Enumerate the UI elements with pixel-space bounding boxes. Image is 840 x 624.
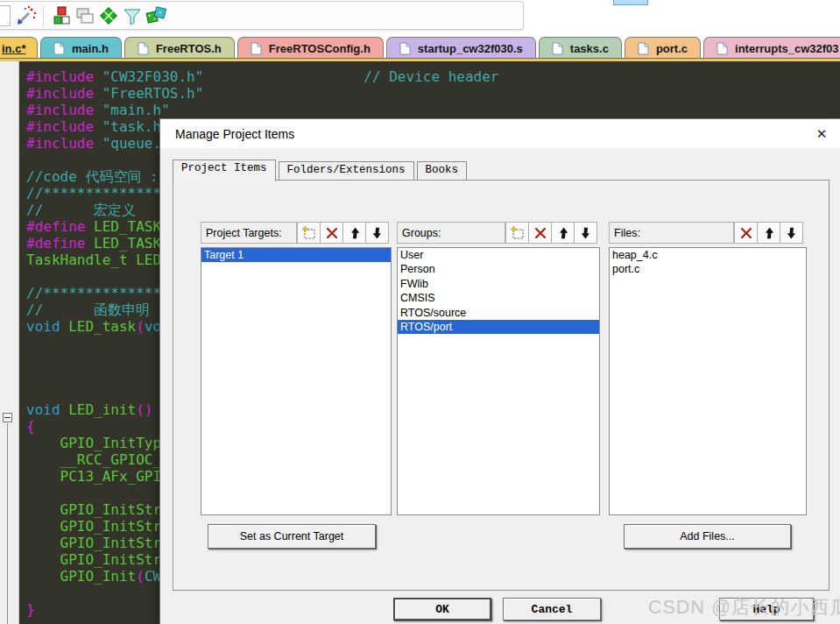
project-targets-label: Project Targets:: [201, 222, 297, 244]
group-item[interactable]: User: [398, 248, 599, 262]
file-tab-label: tasks.c: [570, 42, 609, 55]
dialog-titlebar[interactable]: Manage Project Items: [160, 119, 840, 148]
manage-project-items-dialog: Manage Project Items Project ItemsFolder…: [159, 118, 840, 624]
close-icon[interactable]: [811, 124, 832, 145]
group-item[interactable]: RTOS/port: [398, 320, 599, 334]
set-as-current-target-button[interactable]: Set as Current Target: [208, 524, 376, 549]
document-icon: [716, 42, 728, 55]
new-item-button[interactable]: [505, 222, 529, 244]
code-line: #include "CW32F030.h" // Device header: [26, 68, 498, 85]
toolbar: [0, 1, 524, 30]
toolbar-separator: [43, 5, 44, 26]
fold-collapse-icon[interactable]: [3, 413, 12, 422]
file-tab-label: main.h: [72, 42, 109, 55]
project-targets-list[interactable]: Target 1: [201, 247, 392, 515]
files-toolbar: [735, 222, 803, 244]
editor-gutter: [0, 61, 19, 624]
batch-build-icon[interactable]: [73, 4, 96, 27]
options-wand-icon[interactable]: [14, 4, 38, 27]
files-label: Files:: [609, 222, 734, 244]
groups-label: Groups:: [397, 222, 505, 244]
file-tab-tasks-c[interactable]: tasks.c: [539, 37, 622, 59]
watermark: CSDN @店长的小西瓜: [648, 594, 840, 620]
ok-button[interactable]: OK: [393, 598, 491, 620]
move-down-button[interactable]: [574, 222, 597, 244]
manage-project-items-icon[interactable]: [49, 4, 73, 27]
cut-off-widget: [613, 0, 648, 5]
new-item-button[interactable]: [297, 222, 321, 244]
delete-button[interactable]: [528, 222, 552, 244]
group-item[interactable]: CMSIS: [398, 291, 599, 305]
delete-button[interactable]: [734, 222, 758, 244]
groups-list[interactable]: UserPersonFWlibCMSISRTOS/sourceRTOS/port: [397, 247, 600, 515]
document-icon: [138, 42, 149, 55]
dialog-tab-project-items[interactable]: Project Items: [173, 160, 276, 181]
document-icon: [53, 42, 65, 55]
move-down-button[interactable]: [365, 222, 389, 244]
document-icon: [399, 42, 411, 55]
pack-installer-icon[interactable]: [144, 4, 167, 27]
code-line: #include "FreeRTOS.h": [26, 85, 498, 102]
move-up-button[interactable]: [551, 222, 575, 244]
file-tab-bar: in.c*main.hFreeRTOS.hFreeRTOSConfig.hsta…: [0, 35, 840, 59]
dialog-tab-books[interactable]: Books: [417, 161, 468, 181]
manage-run-time-environment-icon[interactable]: [96, 4, 120, 27]
document-icon: [552, 42, 563, 55]
group-item[interactable]: FWlib: [398, 277, 599, 291]
code-line: #include "main.h": [26, 102, 498, 118]
file-tab-label: port.c: [656, 42, 688, 55]
file-item[interactable]: heap_4.c: [610, 248, 806, 262]
document-icon: [638, 42, 649, 55]
group-item[interactable]: Person: [398, 262, 599, 276]
document-icon: [251, 42, 262, 55]
file-tab-label: in.c*: [2, 42, 25, 55]
cancel-button[interactable]: Cancel: [503, 598, 601, 620]
file-tab-interrupts-cw32f03[interactable]: interrupts_cw32f03: [703, 37, 840, 59]
file-tab-label: interrupts_cw32f03: [735, 42, 839, 55]
move-up-button[interactable]: [757, 222, 780, 244]
keil-uvision-window: in.c*main.hFreeRTOS.hFreeRTOSConfig.hsta…: [0, 0, 840, 624]
file-tab-freertosconfig-h[interactable]: FreeRTOSConfig.h: [237, 37, 384, 59]
target-item[interactable]: Target 1: [201, 248, 391, 262]
file-tab-freertos-h[interactable]: FreeRTOS.h: [124, 37, 235, 59]
file-tab-in-c[interactable]: in.c*: [0, 37, 38, 59]
fold-scope-line: [7, 423, 8, 624]
toolbar-combo-partial[interactable]: [0, 5, 11, 26]
delete-button[interactable]: [320, 222, 343, 244]
file-tab-main-h[interactable]: main.h: [40, 37, 122, 59]
groups-toolbar: [506, 222, 597, 244]
dialog-tab-folders-extensions[interactable]: Folders/Extensions: [279, 161, 414, 181]
project-targets-toolbar: [298, 222, 389, 244]
file-tab-port-c[interactable]: port.c: [625, 37, 701, 59]
toolbar-icons: [14, 4, 167, 27]
dialog-title: Manage Project Items: [175, 127, 294, 141]
select-software-packs-icon[interactable]: [120, 4, 144, 27]
file-tab-label: FreeRTOS.h: [156, 42, 222, 55]
file-tab-startup-cw32f030-s[interactable]: startup_cw32f030.s: [386, 37, 536, 59]
files-list[interactable]: heap_4.cport.c: [609, 247, 807, 515]
dialog-tab-strip: Project ItemsFolders/ExtensionsBooks: [173, 160, 469, 181]
file-item[interactable]: port.c: [610, 262, 806, 276]
move-up-button[interactable]: [342, 222, 366, 244]
file-tab-label: FreeRTOSConfig.h: [269, 42, 371, 55]
move-down-button[interactable]: [780, 222, 803, 244]
group-item[interactable]: RTOS/source: [398, 306, 599, 320]
add-files-button[interactable]: Add Files...: [624, 524, 791, 549]
file-tab-label: startup_cw32f030.s: [418, 42, 523, 55]
